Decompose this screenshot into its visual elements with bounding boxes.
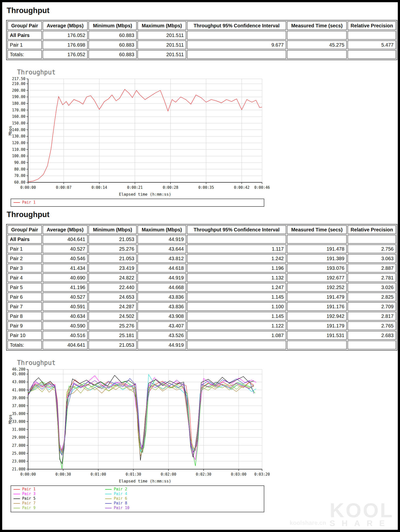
y-tick-label: 190.00: [12, 95, 25, 99]
chart-block-1: Throughput 217.50210.00200.00190.00180.0…: [7, 69, 394, 207]
table-row: Pair 140.52725.27643.6441.117191.4782.75…: [7, 244, 396, 253]
table-cell: [187, 341, 286, 349]
y-tick-label: 140.00: [12, 128, 25, 132]
legend-label: Pair 1: [22, 200, 35, 205]
y-tick-label: 180.00: [12, 101, 25, 106]
table-cell: [187, 50, 286, 59]
table-cell: [287, 235, 347, 244]
y-tick-label: 130.00: [12, 134, 25, 138]
legend-swatch: [14, 202, 20, 203]
table-cell: 201.511: [137, 31, 186, 40]
table-cell: 2.756: [348, 244, 396, 253]
table-cell: 1.145: [187, 292, 286, 301]
table-cell: 45.275: [287, 40, 347, 49]
table-cell: 176.052: [43, 50, 88, 59]
row-label-cell: Totals:: [7, 50, 42, 59]
table-header-row: Group/ PairAverage (Mbps)Minimum (Mbps)M…: [7, 225, 396, 234]
column-header: Measured Time (secs): [287, 21, 347, 30]
table-cell: 5.477: [348, 40, 396, 49]
series-line-pair-1: [28, 380, 254, 452]
table-cell: 43.836: [137, 302, 186, 311]
y-tick-label: 37.000: [12, 404, 25, 408]
table-cell: 2.817: [348, 312, 396, 321]
table-row: Totals:176.05260.883201.511: [7, 50, 396, 59]
y-tick-label: 80.00: [14, 167, 25, 172]
column-header: Minimum (Mbps): [88, 21, 137, 30]
table-cell: 44.919: [137, 273, 186, 282]
table-cell: 23.419: [88, 264, 137, 273]
table-cell: 43.526: [137, 331, 186, 340]
row-label-cell: Pair 9: [7, 321, 42, 330]
x-tick-label: 0:00:46: [254, 185, 270, 190]
table-cell: 1.196: [187, 264, 286, 273]
table-cell: 41.196: [43, 283, 88, 292]
table-cell: 25.276: [88, 244, 137, 253]
watermark-logo: KOOL SHARE: [330, 502, 394, 528]
column-header: Minimum (Mbps): [88, 225, 137, 234]
y-tick-label: 60.00: [14, 180, 25, 185]
table-cell: 24.822: [88, 273, 137, 282]
table-cell: 1.132: [187, 273, 286, 282]
chart-legend-1: Pair 1: [11, 199, 264, 207]
row-label-cell: Pair 2: [7, 254, 42, 263]
x-tick-label: 0:00:28: [163, 185, 178, 190]
table-cell: 60.883: [88, 31, 137, 40]
y-axis-title: Mbps: [8, 126, 13, 136]
table-cell: 44.618: [137, 264, 186, 273]
table-cell: 192.942: [287, 312, 347, 321]
y-tick-label: 39.000: [12, 396, 25, 400]
table-row: Pair 341.43423.41944.6181.196193.0762.88…: [7, 264, 396, 273]
legend-item: Pair 10: [105, 506, 261, 510]
y-tick-label: 46.200: [12, 367, 25, 372]
table-cell: 191.531: [287, 331, 347, 340]
x-tick-label: 0:02:00: [161, 472, 176, 477]
watermark-site-text: koolshare.cn: [290, 519, 326, 526]
legend-swatch: [14, 489, 20, 490]
throughput-chart-1: 217.50210.00200.00190.00180.00170.00160.…: [7, 76, 273, 197]
table-cell: 193.076: [287, 264, 347, 273]
throughput-table-1: Group/ PairAverage (Mbps)Minimum (Mbps)M…: [6, 20, 397, 60]
y-tick-label: 21.000: [12, 467, 25, 471]
legend-item: Pair 5: [14, 496, 105, 501]
column-header: Relative Precision: [348, 21, 396, 30]
table-cell: 9.677: [187, 40, 286, 49]
table-row: Pair 1040.51625.18143.5261.087191.5312.6…: [7, 331, 396, 340]
y-tick-label: 23.000: [12, 459, 25, 463]
table-cell: 1.122: [187, 321, 286, 330]
y-tick-label: 41.000: [12, 388, 25, 392]
table-cell: 2.765: [348, 321, 396, 330]
y-tick-label: 170.00: [12, 108, 25, 112]
table-cell: [287, 341, 347, 349]
throughput-table-2: Group/ PairAverage (Mbps)Minimum (Mbps)M…: [6, 224, 397, 351]
table-cell: 2.825: [348, 292, 396, 301]
row-label-cell: Pair 3: [7, 264, 42, 273]
row-label-cell: Pair 1: [7, 244, 42, 253]
table-cell: 1.117: [187, 244, 286, 253]
x-tick-label: 0:02:30: [196, 472, 211, 477]
table-cell: 40.546: [43, 254, 88, 263]
table-cell: 3.026: [348, 283, 396, 292]
table-cell: 21.053: [88, 254, 137, 263]
column-header: Group/ Pair: [7, 225, 42, 234]
y-tick-label: 33.000: [12, 419, 25, 424]
x-tick-label: 0:00:00: [20, 185, 36, 190]
legend-item: Pair 7: [14, 501, 105, 506]
legend-label: Pair 3: [22, 492, 35, 496]
legend-item: Pair 8: [105, 501, 261, 506]
table-cell: [287, 50, 347, 59]
column-header: Average (Mbps): [43, 225, 88, 234]
table-row: All Pairs176.05260.883201.511: [7, 31, 396, 40]
x-tick-label: 0:00:30: [55, 472, 71, 477]
legend-swatch: [105, 489, 112, 490]
watermark-brand-top: KOOL: [330, 502, 394, 519]
table-cell: 21.053: [88, 235, 137, 244]
table-cell: 192.677: [287, 273, 347, 282]
x-tick-label: 0:00:14: [92, 185, 107, 190]
table-cell: [348, 341, 396, 349]
row-label-cell: Totals:: [7, 341, 42, 349]
row-label-cell: All Pairs: [7, 31, 42, 40]
legend-item: Pair 2: [105, 487, 261, 492]
table-cell: 176.052: [43, 31, 88, 40]
column-header: Throughput 95% Confidence Interval: [187, 225, 286, 234]
table-cell: 43.407: [137, 321, 186, 330]
